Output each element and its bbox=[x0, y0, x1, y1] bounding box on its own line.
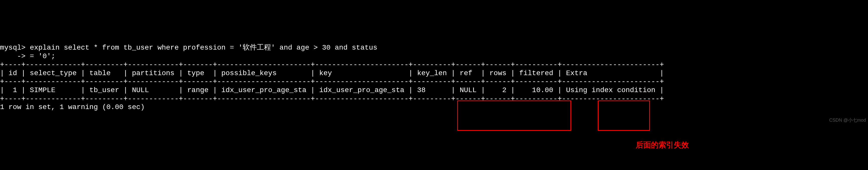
separator-bottom: +----+-------------+---------+----------… bbox=[0, 95, 664, 103]
mysql-prompt: mysql> bbox=[0, 44, 26, 52]
annotation-text: 后面的索引失效 bbox=[636, 140, 689, 149]
result-summary: 1 row in set, 1 warning (0.00 sec) bbox=[0, 103, 145, 111]
terminal-output: mysql> explain select * from tb_user whe… bbox=[0, 34, 868, 112]
watermark-text: CSDN @小七mod bbox=[829, 117, 866, 123]
table-header: | id | select_type | table | partitions … bbox=[0, 69, 664, 77]
query-line-2: -> = '0'; bbox=[0, 53, 55, 60]
query-line-1: mysql> explain select * from tb_user whe… bbox=[0, 44, 377, 52]
separator-mid: +----+-------------+---------+----------… bbox=[0, 78, 664, 86]
table-row: | 1 | SIMPLE | tb_user | NULL | range | … bbox=[0, 86, 664, 94]
separator-top: +----+-------------+---------+----------… bbox=[0, 61, 664, 69]
